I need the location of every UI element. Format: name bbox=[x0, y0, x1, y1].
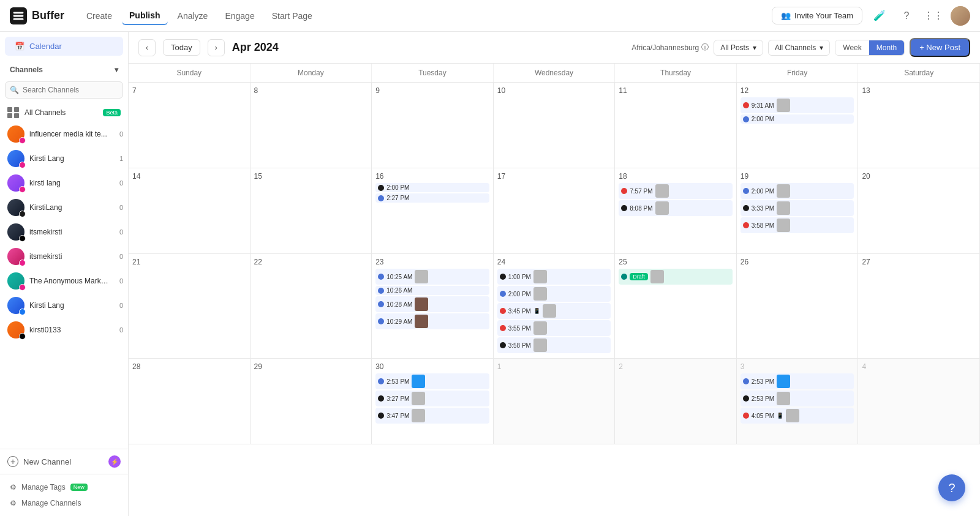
day-number: 7 bbox=[132, 86, 246, 95]
event-item[interactable]: 10:29 AM bbox=[375, 313, 489, 329]
channel-item[interactable]: kirsti lang 0 bbox=[0, 171, 128, 195]
calendar-cell[interactable]: 21 bbox=[129, 254, 251, 359]
buffer-logo[interactable]: Buffer bbox=[10, 7, 64, 24]
calendar-cell[interactable]: 14 bbox=[129, 168, 251, 254]
calendar-cell[interactable]: 8 bbox=[251, 83, 372, 168]
event-item[interactable]: 10:26 AM bbox=[375, 286, 489, 295]
help-icon-button[interactable]: ? bbox=[897, 6, 916, 26]
channel-item[interactable]: influencer media kit te... 0 bbox=[0, 122, 128, 146]
event-item[interactable]: 2:00 PM bbox=[741, 114, 854, 124]
event-item[interactable]: 10:28 AM bbox=[375, 296, 489, 312]
manage-tags-item[interactable]: ⚙ Manage Tags New bbox=[7, 479, 121, 495]
all-posts-dropdown[interactable]: All Posts ▾ bbox=[714, 40, 763, 56]
calendar-cell[interactable]: 9 bbox=[372, 83, 494, 168]
event-item[interactable]: 10:25 AM bbox=[375, 269, 489, 285]
user-avatar[interactable] bbox=[951, 6, 970, 26]
invite-team-button[interactable]: 👥 Invite Your Team bbox=[772, 7, 862, 24]
event-item[interactable]: 3:27 PM bbox=[375, 391, 489, 406]
channel-item[interactable]: Kirsti Lang 0 bbox=[0, 293, 128, 318]
event-item[interactable]: 3:47 PM bbox=[375, 408, 489, 424]
event-item[interactable]: 8:08 PM bbox=[619, 200, 733, 216]
event-item[interactable]: 3:58 PM bbox=[497, 337, 611, 353]
calendar-cell[interactable]: 13 bbox=[858, 83, 980, 168]
prev-arrow-button[interactable]: ‹ bbox=[138, 39, 156, 56]
calendar-cell[interactable]: 7 bbox=[129, 83, 251, 168]
event-item[interactable]: 7:57 PM bbox=[619, 183, 733, 199]
calendar-cell[interactable]: 1 bbox=[494, 359, 616, 444]
nav-publish[interactable]: Publish bbox=[122, 7, 168, 25]
platform-badge bbox=[19, 333, 26, 340]
channel-item[interactable]: itsmekirsti 0 bbox=[0, 220, 128, 244]
event-item[interactable]: 2:53 PM bbox=[375, 373, 489, 389]
channel-item[interactable]: KirstiLang 0 bbox=[0, 195, 128, 220]
event-item[interactable]: 4:05 PM 📱 bbox=[741, 408, 854, 424]
info-icon[interactable]: ⓘ bbox=[701, 42, 709, 53]
calendar-cell[interactable]: 18 7:57 PM 8:08 PM bbox=[615, 168, 737, 254]
calendar-cell[interactable]: 27 bbox=[858, 254, 980, 359]
calendar-cell[interactable]: 11 bbox=[615, 83, 737, 168]
channels-header[interactable]: Channels ▾ bbox=[0, 61, 128, 79]
channel-item[interactable]: Kirsti Lang 1 bbox=[0, 146, 128, 171]
event-item[interactable]: 3:45 PM 📱 bbox=[497, 303, 611, 319]
nav-create[interactable]: Create bbox=[79, 7, 119, 24]
calendar-cell[interactable]: 29 bbox=[251, 359, 372, 444]
calendar-cell[interactable]: 16 2:00 PM 2:27 PM bbox=[372, 168, 494, 254]
event-time: 9:31 AM bbox=[752, 102, 774, 109]
platform-dot bbox=[743, 395, 749, 402]
calendar-cell[interactable]: 26 bbox=[737, 254, 859, 359]
sidebar-calendar-item[interactable]: 📅 Calendar bbox=[5, 37, 123, 56]
apps-icon-button[interactable]: ⋮⋮ bbox=[924, 6, 943, 26]
event-item[interactable]: 3:33 PM bbox=[741, 200, 854, 216]
logo-text: Buffer bbox=[32, 9, 64, 22]
event-item[interactable]: 2:53 PM bbox=[741, 391, 854, 406]
event-item[interactable]: 1:00 PM bbox=[497, 269, 611, 285]
day-number: 30 bbox=[375, 362, 489, 371]
lab-icon-button[interactable]: 🧪 bbox=[870, 6, 889, 26]
event-item[interactable]: 2:53 PM bbox=[741, 373, 854, 389]
event-item[interactable]: 2:00 PM bbox=[375, 183, 489, 192]
event-time: 3:55 PM bbox=[508, 325, 531, 332]
week-view-button[interactable]: Week bbox=[835, 40, 869, 55]
event-item[interactable]: 9:31 AM bbox=[741, 97, 854, 113]
new-post-button[interactable]: + New Post bbox=[910, 38, 970, 57]
event-item[interactable]: Draft bbox=[619, 269, 733, 285]
calendar-cell[interactable]: 24 1:00 PM 2:00 PM 3:45 PM 📱 bbox=[494, 254, 616, 359]
today-button[interactable]: Today bbox=[163, 39, 200, 56]
month-view-button[interactable]: Month bbox=[869, 40, 904, 55]
calendar-cell[interactable]: 10 bbox=[494, 83, 616, 168]
channel-name: itsmekirsti bbox=[29, 228, 111, 236]
nav-start-page[interactable]: Start Page bbox=[265, 7, 320, 24]
nav-engage[interactable]: Engage bbox=[217, 7, 262, 24]
nav-analyze[interactable]: Analyze bbox=[170, 7, 216, 24]
calendar-cell[interactable]: 15 bbox=[251, 168, 372, 254]
event-thumbnail bbox=[777, 219, 790, 232]
calendar-cell[interactable]: 20 bbox=[858, 168, 980, 254]
new-channel-button[interactable]: + New Channel ⚡ bbox=[0, 449, 128, 474]
calendar-cell[interactable]: 25 Draft bbox=[615, 254, 737, 359]
calendar-cell[interactable]: 4 bbox=[858, 359, 980, 444]
calendar-cell[interactable]: 22 bbox=[251, 254, 372, 359]
all-channels-item[interactable]: All Channels Beta bbox=[0, 103, 128, 122]
help-fab-button[interactable]: ? bbox=[938, 474, 965, 501]
top-navigation: Buffer Create Publish Analyze Engage Sta… bbox=[0, 0, 980, 32]
event-item[interactable]: 3:58 PM bbox=[741, 217, 854, 233]
calendar-cell[interactable]: 3 2:53 PM 2:53 PM 4:05 PM 📱 bbox=[737, 359, 859, 444]
calendar-cell[interactable]: 12 9:31 AM 2:00 PM bbox=[737, 83, 859, 168]
calendar-cell[interactable]: 19 2:00 PM 3:33 PM 3:58 PM bbox=[737, 168, 859, 254]
channel-item[interactable]: itsmekirsti 0 bbox=[0, 244, 128, 269]
channel-item[interactable]: The Anonymous Marke... 0 bbox=[0, 269, 128, 293]
next-arrow-button[interactable]: › bbox=[208, 39, 225, 56]
channel-item[interactable]: kirsti0133 0 bbox=[0, 318, 128, 342]
calendar-cell[interactable]: 30 2:53 PM 3:27 PM 3:47 PM bbox=[372, 359, 494, 444]
event-item[interactable]: 2:00 PM bbox=[497, 286, 611, 302]
calendar-cell[interactable]: 28 bbox=[129, 359, 251, 444]
calendar-cell[interactable]: 17 bbox=[494, 168, 616, 254]
event-item[interactable]: 2:27 PM bbox=[375, 193, 489, 203]
search-channels-input[interactable] bbox=[5, 81, 123, 99]
event-item[interactable]: 3:55 PM bbox=[497, 320, 611, 336]
manage-channels-item[interactable]: ⚙ Manage Channels bbox=[7, 495, 121, 511]
event-item[interactable]: 2:00 PM bbox=[741, 183, 854, 199]
all-channels-dropdown[interactable]: All Channels ▾ bbox=[768, 40, 830, 56]
calendar-cell[interactable]: 2 bbox=[615, 359, 737, 444]
calendar-cell[interactable]: 23 10:25 AM 10:26 AM 10:28 AM bbox=[372, 254, 494, 359]
